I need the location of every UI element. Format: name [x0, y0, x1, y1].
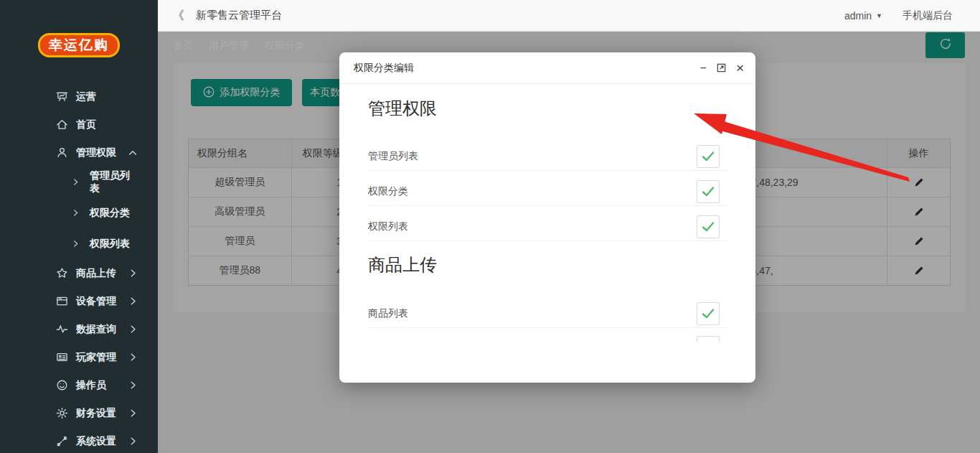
- section-heading-product-upload: 商品上传: [368, 253, 437, 276]
- logo-text: 幸运亿购: [38, 33, 120, 57]
- modal-header: 权限分类编辑 − ×: [339, 52, 755, 84]
- checkbox-checked[interactable]: [697, 215, 720, 238]
- sidebar-subitem-admin-list[interactable]: 管理员列表: [0, 167, 158, 197]
- permission-row: 权限分类: [368, 178, 728, 206]
- smiley-icon: [56, 379, 68, 391]
- chevron-right-icon: [128, 380, 138, 390]
- mobile-backend-link[interactable]: 手机端后台: [903, 9, 953, 22]
- chevron-right-icon: [128, 324, 138, 334]
- sidebar-collapse-icon[interactable]: 《: [172, 7, 184, 24]
- chevron-right-icon: [128, 408, 138, 418]
- sidebar-subitem-perm-category[interactable]: 权限分类: [0, 197, 158, 228]
- sidebar-item-label: 操作员: [76, 379, 106, 392]
- chevron-right-icon: [72, 240, 80, 248]
- sidebar-item-label: 数据查询: [76, 323, 116, 336]
- permission-label: 权限分类: [368, 185, 408, 198]
- chevron-right-icon: [128, 436, 138, 446]
- sidebar-item-finance-settings[interactable]: 财务设置: [0, 399, 158, 427]
- checkbox-checked[interactable]: [697, 180, 720, 203]
- permission-edit-modal: 权限分类编辑 − × 管理权限 管理员列表 权限分类 权限列表 商品上传 商品列…: [339, 52, 755, 383]
- sidebar-item-device-mgmt[interactable]: 设备管理: [0, 287, 158, 315]
- sidebar-menu: 运营 首页 管理权限 管理员列表 权限分类 权限列表 商品上传: [0, 83, 158, 453]
- permission-row: 商品列表: [368, 300, 728, 328]
- sidebar-item-label: 管理权限: [76, 146, 116, 159]
- sidebar-item-operator[interactable]: 操作员: [0, 371, 158, 399]
- minimize-icon[interactable]: −: [700, 62, 707, 74]
- chevron-right-icon: [72, 209, 80, 217]
- checkbox-checked[interactable]: [697, 302, 720, 325]
- user-icon: [56, 146, 68, 159]
- modal-title: 权限分类编辑: [354, 62, 414, 75]
- checkbox-checked[interactable]: [697, 145, 720, 168]
- sidebar-item-data-query[interactable]: 数据查询: [0, 315, 158, 343]
- sidebar-item-operations[interactable]: 运营: [0, 83, 158, 111]
- sidebar: 幸运亿购 运营 首页 管理权限 管理员列表 权限分类 权限列表: [0, 0, 158, 453]
- sidebar-item-home[interactable]: 首页: [0, 111, 158, 139]
- chevron-up-icon: [128, 148, 138, 158]
- presentation-board-icon: [56, 90, 68, 103]
- sidebar-item-label: 首页: [76, 118, 96, 131]
- permission-label: 商品列表: [368, 307, 408, 320]
- pulse-icon: [56, 323, 68, 335]
- top-bar: 《 新零售云管理平台 admin ▼ 手机端后台: [158, 0, 980, 32]
- sidebar-item-system-settings[interactable]: 系统设置: [0, 427, 158, 453]
- sidebar-item-label: 商品上传: [76, 267, 116, 280]
- permission-label: 管理员列表: [368, 150, 418, 163]
- username: admin: [844, 10, 872, 22]
- maximize-icon[interactable]: [716, 62, 727, 73]
- sidebar-item-label: 玩家管理: [76, 351, 116, 364]
- window-icon: [56, 295, 68, 307]
- app-title: 新零售云管理平台: [196, 9, 282, 22]
- close-icon[interactable]: ×: [736, 62, 744, 74]
- sidebar-item-admin-perms[interactable]: 管理权限: [0, 139, 158, 167]
- caret-down-icon: ▼: [876, 12, 882, 19]
- sidebar-subitem-label: 管理员列表: [90, 169, 138, 195]
- sidebar-subitem-label: 权限分类: [90, 207, 130, 220]
- chevron-right-icon: [128, 296, 138, 306]
- permission-row: 管理员列表: [368, 143, 728, 171]
- sidebar-item-label: 设备管理: [76, 295, 116, 308]
- id-card-icon: [56, 351, 68, 363]
- sidebar-item-player-mgmt[interactable]: 玩家管理: [0, 343, 158, 371]
- user-menu[interactable]: admin ▼: [844, 10, 882, 22]
- checkbox-partial[interactable]: [697, 336, 720, 342]
- logo: 幸运亿购: [0, 33, 158, 57]
- tools-icon: [56, 435, 68, 447]
- chevron-right-icon: [128, 268, 138, 278]
- home-icon: [56, 118, 68, 131]
- sidebar-item-label: 系统设置: [76, 435, 116, 448]
- permission-label: 权限列表: [368, 220, 408, 233]
- sidebar-item-product-upload[interactable]: 商品上传: [0, 259, 158, 287]
- sidebar-subitem-perm-list[interactable]: 权限列表: [0, 228, 158, 259]
- permission-row: 权限列表: [368, 213, 728, 241]
- chevron-right-icon: [128, 352, 138, 362]
- sidebar-subitem-label: 权限列表: [90, 238, 130, 251]
- gear-icon: [56, 407, 68, 419]
- star-icon: [56, 267, 68, 279]
- chevron-right-icon: [72, 178, 80, 186]
- sidebar-item-label: 财务设置: [76, 407, 116, 420]
- sidebar-item-label: 运营: [76, 90, 96, 103]
- section-heading-admin-perms: 管理权限: [368, 97, 437, 120]
